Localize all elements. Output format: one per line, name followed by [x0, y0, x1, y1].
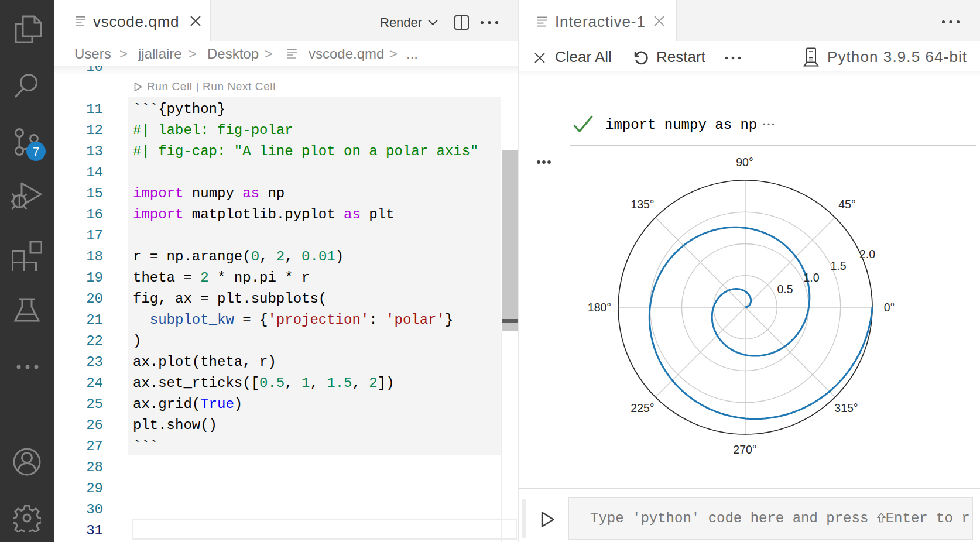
svg-text:135°: 135° [631, 198, 654, 211]
svg-text:270°: 270° [733, 443, 756, 456]
svg-text:0°: 0° [884, 301, 895, 314]
svg-text:225°: 225° [631, 402, 654, 414]
svg-text:0.5: 0.5 [777, 283, 793, 296]
svg-text:1.0: 1.0 [803, 271, 819, 284]
svg-text:180°: 180° [588, 301, 611, 314]
svg-text:315°: 315° [834, 402, 858, 414]
svg-text:1.5: 1.5 [830, 259, 846, 272]
svg-text:45°: 45° [838, 198, 856, 211]
svg-text:90°: 90° [736, 156, 753, 169]
svg-text:2.0: 2.0 [859, 248, 875, 260]
